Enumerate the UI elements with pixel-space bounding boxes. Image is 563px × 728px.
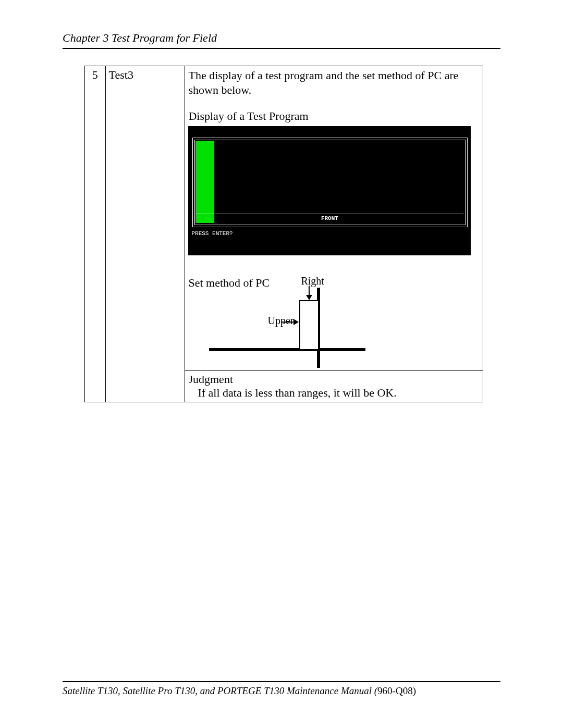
svg-marker-1 — [306, 295, 312, 300]
judgment-cell: Judgment If all data is less than ranges… — [185, 371, 483, 402]
screen-press-enter: PRESS ENTER? — [191, 230, 232, 237]
footer-title: Satellite T130, Satellite Pro T130, and … — [63, 685, 377, 696]
judgment-body: If all data is less than ranges, it will… — [188, 386, 396, 400]
page-footer: Satellite T130, Satellite Pro T130, and … — [63, 681, 500, 697]
test-program-screenshot: FRONT PRESS ENTER? — [188, 126, 471, 255]
arrow-down-icon — [305, 286, 316, 301]
intro-text: The display of a test program and the se… — [188, 68, 480, 97]
green-bar-icon — [195, 141, 214, 223]
screen-front-label: FRONT — [188, 215, 471, 221]
arrow-right-icon — [281, 318, 301, 326]
row-test-name: Test3 — [105, 66, 185, 402]
judgment-heading: Judgment — [188, 373, 233, 386]
set-method-diagram: Set method of PC Right Upper — [188, 276, 470, 368]
set-method-caption: Set method of PC — [188, 276, 270, 290]
svg-marker-3 — [293, 319, 299, 325]
page-header: Chapter 3 Test Program for Field — [63, 31, 500, 49]
content-table: 5 Test3 The display of a test program an… — [84, 66, 483, 402]
row-number: 5 — [85, 66, 106, 402]
footer-docno: 960-Q08) — [377, 685, 416, 696]
row-description-cell: The display of a test program and the se… — [185, 66, 483, 371]
display-caption: Display of a Test Program — [188, 109, 480, 123]
